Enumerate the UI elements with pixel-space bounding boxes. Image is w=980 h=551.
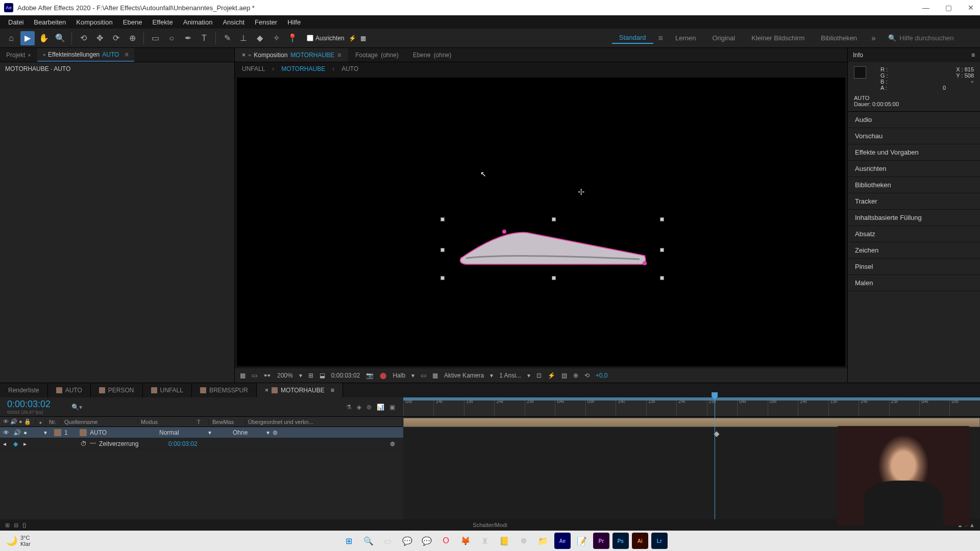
panel-zeichen[interactable]: Zeichen	[848, 242, 980, 259]
viewport-timecode[interactable]: 0:00:03:02	[331, 372, 360, 379]
workspace-kleiner[interactable]: Kleiner Bildschirm	[744, 33, 812, 43]
workspace-bibliotheken[interactable]: Bibliotheken	[814, 33, 864, 43]
panel-tracker[interactable]: Tracker	[848, 193, 980, 210]
work-area-bar[interactable]	[403, 397, 980, 400]
keyframe-nav-next[interactable]: ▸	[23, 440, 31, 447]
comp-tab-ebene[interactable]: Ebene (ohne)	[406, 48, 458, 62]
pen-tool[interactable]: ✒	[181, 31, 195, 45]
timeline-ruler[interactable]: 09f 14f 19f 24f 29f 04f 09f 14f 19f 24f …	[403, 397, 980, 417]
whatsapp-icon[interactable]: 💬	[419, 533, 435, 549]
toggle-modes-icon[interactable]: ⊟	[14, 522, 18, 529]
workspace-overflow-icon[interactable]: »	[866, 34, 881, 43]
search-button[interactable]: 🔍	[360, 533, 377, 549]
menu-datei[interactable]: Datei	[3, 18, 29, 26]
mask-icon[interactable]: 👓	[263, 372, 271, 379]
fast-preview-icon[interactable]: ⚡	[548, 372, 555, 379]
illustrator-icon[interactable]: Ai	[632, 533, 648, 549]
audio-toggle[interactable]: 🔊	[13, 429, 20, 436]
parent-pickwhip-icon[interactable]: ⊚	[273, 429, 283, 436]
menu-animation[interactable]: Animation	[178, 18, 218, 26]
views-select[interactable]: 1 Ansi...	[499, 372, 521, 379]
grid-icon[interactable]: ▦	[240, 372, 246, 379]
selected-layer-shape[interactable]	[456, 228, 650, 273]
motion-blur-icon[interactable]: ⊚	[366, 404, 372, 411]
breadcrumb-motorhaube[interactable]: MOTORHAUBE	[281, 65, 325, 72]
timeline-search-icon[interactable]: 🔍▾	[71, 404, 82, 411]
stopwatch-icon[interactable]: ⏱	[81, 440, 87, 447]
selection-tool[interactable]: ▶	[20, 31, 35, 45]
snap-options-icon[interactable]: ▦	[360, 35, 366, 42]
transform-handle[interactable]	[552, 276, 556, 280]
weather-widget[interactable]: 🌙 3°C Klar	[6, 535, 31, 547]
panel-menu-icon[interactable]: ≡	[971, 52, 975, 59]
comp-tab-komposition[interactable]: × ▫ Komposition MOTORHAUBE ≡	[235, 48, 348, 62]
property-value[interactable]: 0:00:03:02	[168, 440, 198, 447]
text-tool[interactable]: T	[197, 31, 211, 45]
tl-tab-motorhaube[interactable]: ×MOTORHAUBE≡	[257, 383, 343, 397]
twirl-icon[interactable]: ▾	[44, 429, 51, 436]
app-icon[interactable]: ♜	[477, 533, 493, 549]
menu-hilfe[interactable]: Hilfe	[282, 18, 306, 26]
transform-handle[interactable]	[440, 217, 445, 221]
rotate-tool[interactable]: ⟳	[109, 31, 123, 45]
after-effects-icon[interactable]: Ae	[554, 533, 571, 549]
shy-icon[interactable]: ⚗	[346, 404, 352, 411]
zoom-tool[interactable]: 🔍	[53, 31, 67, 45]
comp-tab-footage[interactable]: Footage (ohne)	[348, 48, 406, 62]
opera-icon[interactable]: O	[438, 533, 454, 549]
transparency-icon[interactable]: ▦	[432, 372, 438, 379]
breadcrumb-unfall[interactable]: UNFALL	[242, 65, 265, 72]
composition-viewport[interactable]: ✢ ↖	[237, 78, 845, 366]
maximize-button[interactable]: ▢	[943, 4, 953, 12]
flowchart-icon[interactable]: ⊕	[573, 372, 578, 379]
timeline-timecode[interactable]: 0:00:03:02 00092 (29,97 fps)	[0, 399, 61, 415]
exposure-value[interactable]: +0,0	[596, 372, 608, 379]
workspace-lernen[interactable]: Lernen	[668, 33, 703, 43]
tl-tab-auto[interactable]: AUTO	[48, 383, 91, 397]
panel-inhaltsfuellung[interactable]: Inhaltsbasierte Füllung	[848, 210, 980, 226]
transform-handle[interactable]	[660, 248, 664, 252]
pan-tool[interactable]: ✥	[92, 31, 107, 45]
layer-name[interactable]: AUTO	[90, 429, 156, 436]
panel-pinsel[interactable]: Pinsel	[848, 259, 980, 275]
toggle-switches-icon[interactable]: ⊞	[5, 522, 10, 529]
panel-vorschau[interactable]: Vorschau	[848, 128, 980, 144]
keyframe-toggle[interactable]: ◆	[13, 440, 20, 447]
dropdown-icon[interactable]: ▾	[527, 372, 530, 379]
transform-handle[interactable]	[440, 248, 445, 252]
app-icon[interactable]: 📝	[574, 533, 590, 549]
puppet-tool[interactable]: 📍	[285, 31, 300, 45]
dropdown-icon[interactable]: ▾	[266, 429, 270, 436]
close-icon[interactable]: ×	[242, 52, 246, 59]
breadcrumb-auto[interactable]: AUTO	[341, 65, 358, 72]
channel-icon[interactable]: ⬤	[380, 372, 386, 379]
ausrichten-checkbox[interactable]	[307, 35, 313, 41]
explorer-icon[interactable]: 📁	[535, 533, 551, 549]
snapshot-icon[interactable]: 📷	[366, 372, 374, 379]
panel-malen[interactable]: Malen	[848, 275, 980, 291]
clone-tool[interactable]: ⊥	[236, 31, 251, 45]
minimize-button[interactable]: —	[921, 4, 931, 12]
region-icon[interactable]: ▭	[421, 372, 426, 379]
menu-effekte[interactable]: Effekte	[147, 18, 178, 26]
firefox-icon[interactable]: 🦊	[457, 533, 474, 549]
zoom-value[interactable]: 200%	[277, 372, 293, 379]
roto-tool[interactable]: ✧	[269, 31, 283, 45]
close-icon[interactable]: ×	[28, 52, 31, 58]
camera-select[interactable]: Aktive Kamera	[444, 372, 484, 379]
workspace-menu-icon[interactable]: ≡	[655, 34, 666, 43]
toggle-pane-icon[interactable]: {}	[22, 522, 26, 529]
tl-tab-unfall[interactable]: UNFALL	[143, 383, 192, 397]
eraser-tool[interactable]: ◆	[253, 31, 267, 45]
menu-komposition[interactable]: Komposition	[71, 18, 118, 26]
photoshop-icon[interactable]: Ps	[612, 533, 629, 549]
resolution-icon[interactable]: ⊞	[308, 372, 313, 379]
premiere-icon[interactable]: Pr	[593, 533, 609, 549]
panel-ausrichten[interactable]: Ausrichten	[848, 161, 980, 177]
transform-handle[interactable]	[552, 217, 556, 221]
panel-absatz[interactable]: Absatz	[848, 226, 980, 242]
teams-icon[interactable]: 💬	[399, 533, 415, 549]
menu-ebene[interactable]: Ebene	[118, 18, 148, 26]
home-tool[interactable]: ⌂	[4, 31, 18, 45]
tab-effekteinstellungen[interactable]: ▫ Effekteinstellungen AUTO ≡	[37, 48, 135, 62]
